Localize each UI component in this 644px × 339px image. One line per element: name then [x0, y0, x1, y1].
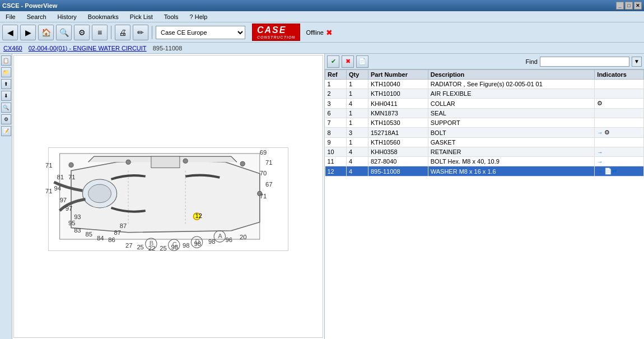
table-row[interactable]: 6 1 KMN1873 SEAL [325, 109, 644, 118]
close-button[interactable]: ✕ [634, 2, 642, 10]
edit-button[interactable]: ✏ [133, 25, 148, 40]
cell-desc: RADIATOR , See Figure(s) 02-005-01 01 [428, 80, 595, 89]
svg-point-5 [69, 162, 73, 167]
col-part-number: Part Number [368, 70, 428, 80]
region-dropdown[interactable]: Case CE Europe [156, 26, 245, 39]
menu-tools[interactable]: Tools [161, 12, 182, 21]
menu-bookmarks[interactable]: Bookmarks [85, 12, 122, 21]
cell-part: KTH10040 [368, 80, 428, 89]
menu-history[interactable]: History [54, 12, 80, 21]
filter-button[interactable]: ▼ [632, 57, 642, 67]
case-logo: CASECONSTRUCTION [252, 24, 300, 41]
side-btn-1[interactable]: 📋 [1, 55, 11, 66]
maximize-button[interactable]: □ [625, 2, 633, 10]
separator2 [152, 26, 152, 39]
table-row[interactable]: 7 1 KTH10530 SUPPORT [325, 118, 644, 128]
gear-icon: ⚙ [597, 100, 603, 106]
parts-toolbar: ✔ ✖ 📄 Find ▼ [325, 54, 644, 69]
cell-part: 152718A1 [368, 128, 428, 138]
svg-text:25: 25 [160, 245, 166, 252]
svg-text:25: 25 [137, 244, 143, 250]
left-panel: 📋 📁 ⬆ ⬇ 🔍 ⚙ 📝 [0, 54, 325, 339]
cell-ind: → [595, 147, 644, 157]
cell-part: KTH10560 [368, 138, 428, 147]
gear-icon: ⚙ [604, 129, 610, 136]
svg-text:94: 94 [54, 185, 60, 192]
col-description: Description [428, 70, 595, 80]
window-controls[interactable]: _ □ ✕ [616, 2, 642, 10]
settings-button[interactable]: ⚙ [74, 25, 90, 40]
col-ref: Ref [325, 70, 347, 80]
cell-part: 827-8040 [368, 157, 428, 166]
cell-ind: → ⚙ [595, 128, 644, 138]
cell-ind: → 📄⇄ [595, 166, 644, 177]
side-btn-6[interactable]: ⚙ [1, 114, 11, 124]
table-row[interactable]: 11 4 827-8040 BOLT Hex. M8 x 40, 10.9 → [325, 157, 644, 166]
back-button[interactable]: ◀ [2, 25, 18, 40]
svg-rect-4 [151, 156, 180, 168]
svg-point-3 [88, 184, 111, 203]
cell-ind [595, 80, 644, 89]
cancel-button[interactable]: ✖ [342, 55, 354, 68]
cell-qty: 4 [347, 166, 368, 177]
svg-text:C: C [172, 241, 177, 248]
menu-search[interactable]: Search [24, 12, 50, 21]
breadcrumb-cx460[interactable]: CX460 [3, 45, 22, 52]
pdf-icon: 📄 [604, 168, 612, 174]
print-button[interactable]: 🖨 [115, 25, 130, 40]
cell-desc: BOLT [428, 128, 595, 138]
cell-ind: ⚙ [595, 99, 644, 109]
table-row[interactable]: 8 3 152718A1 BOLT → ⚙ [325, 128, 644, 138]
cell-desc: AIR FLEXIBLE [428, 89, 595, 99]
side-btn-2[interactable]: 📁 [1, 67, 11, 77]
minimize-button[interactable]: _ [616, 2, 624, 10]
title-bar: CSCE - PowerView _ □ ✕ [0, 0, 644, 11]
cell-part: 895-11008 [368, 166, 428, 177]
menu-help[interactable]: ? Help [186, 12, 211, 21]
cell-part: KTH10530 [368, 118, 428, 128]
check-button[interactable]: ✔ [327, 55, 339, 68]
svg-text:70: 70 [260, 170, 267, 177]
arrow-icon: → [597, 168, 603, 174]
menu-picklist[interactable]: Pick List [127, 12, 156, 21]
side-btn-5[interactable]: 🔍 [1, 103, 11, 113]
cell-qty: 4 [347, 157, 368, 166]
table-row[interactable]: 3 4 KHH0411 COLLAR ⚙ [325, 99, 644, 109]
svg-text:87: 87 [120, 222, 127, 229]
document-button[interactable]: 📄 [356, 55, 368, 68]
diagram-svg: 69 71 70 67 71 81 94 71 71 83 85 84 86 2… [14, 55, 323, 337]
menu-file[interactable]: File [2, 12, 19, 21]
table-row[interactable]: 10 4 KHH0358 RETAINER → [325, 147, 644, 157]
separator [111, 26, 111, 39]
svg-text:71: 71 [265, 159, 272, 166]
cell-ref: 1 [325, 80, 347, 89]
col-indicators: Indicators [595, 70, 644, 80]
list-button[interactable]: ≡ [92, 25, 108, 40]
cell-ind [595, 109, 644, 118]
table-row[interactable]: 9 1 KTH10560 GASKET [325, 138, 644, 147]
table-row[interactable]: 1 1 KTH10040 RADIATOR , See Figure(s) 02… [325, 80, 644, 89]
breadcrumb-engine[interactable]: 02-004-00(01) - ENGINE WATER CIRCUIT [29, 45, 147, 52]
svg-text:20: 20 [240, 234, 246, 240]
forward-button[interactable]: ▶ [20, 25, 36, 40]
side-btn-3[interactable]: ⬆ [1, 79, 11, 89]
cell-part: KMN1873 [368, 109, 428, 118]
cell-qty: 1 [347, 80, 368, 89]
cell-ind [595, 138, 644, 147]
cell-ref: 6 [325, 109, 347, 118]
table-row[interactable]: 2 1 KTH10100 AIR FLEXIBLE [325, 89, 644, 99]
breadcrumb: CX460 02-004-00(01) - ENGINE WATER CIRCU… [0, 43, 644, 54]
cell-qty: 1 [347, 89, 368, 99]
parts-table: Ref Qty Part Number Description Indicato… [325, 69, 644, 339]
cell-qty: 4 [347, 99, 368, 109]
side-btn-4[interactable]: ⬇ [1, 91, 11, 101]
window-title: CSCE - PowerView [2, 2, 57, 9]
table-row[interactable]: 12 4 895-11008 WASHER M8 x 16 x 1.6 → 📄⇄ [325, 166, 644, 177]
svg-text:D: D [195, 238, 199, 245]
side-btn-7[interactable]: 📝 [1, 126, 11, 136]
home-button[interactable]: 🏠 [38, 25, 54, 40]
side-toolbar: 📋 📁 ⬆ ⬇ 🔍 ⚙ 📝 [0, 54, 12, 339]
find-input[interactable] [540, 57, 629, 67]
search-button[interactable]: 🔍 [56, 25, 72, 40]
cell-ref: 9 [325, 138, 347, 147]
